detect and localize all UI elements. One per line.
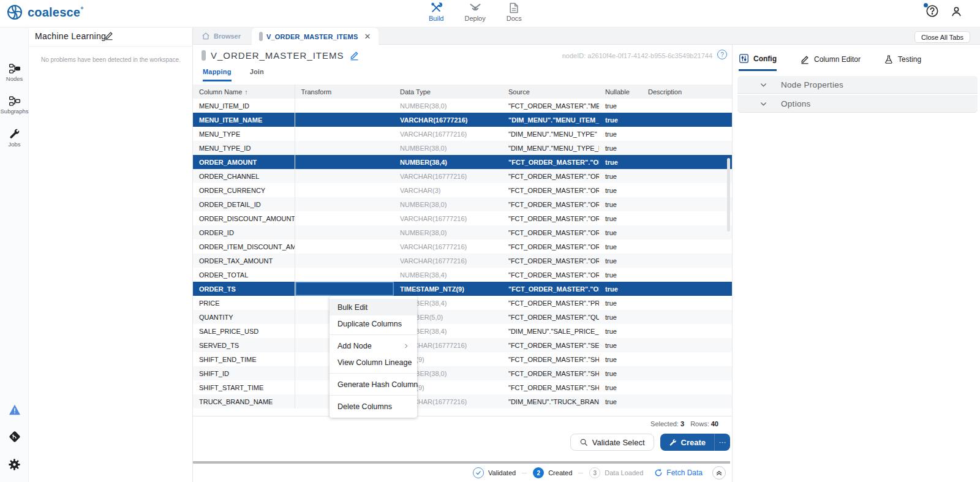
source-cell[interactable]: "FCT_ORDER_MASTER"."ORDER_ITEM [502, 239, 599, 254]
transform-cell[interactable] [295, 127, 394, 141]
header-description[interactable]: Description [642, 85, 732, 99]
nav-deploy[interactable]: Deploy [464, 2, 485, 22]
transform-cell[interactable] [295, 268, 394, 282]
data-type-cell[interactable]: NUMBER(38,0) [394, 99, 502, 113]
nullable-cell[interactable]: true [599, 352, 642, 366]
column-name-cell[interactable]: PRICE [193, 296, 295, 310]
nullable-cell[interactable]: true [599, 183, 642, 197]
data-type-cell[interactable]: NUMBER(38,4) [394, 155, 502, 169]
description-cell[interactable] [642, 155, 732, 169]
tab-mapping[interactable]: Mapping [203, 68, 232, 81]
data-type-cell[interactable]: VARCHAR(16777216) [394, 254, 502, 268]
description-cell[interactable] [642, 324, 732, 338]
node-edit-pencil-icon[interactable] [349, 50, 360, 61]
table-row[interactable]: MENU_ITEM_NAMEVARCHAR(16777216)"DIM_MENU… [193, 113, 732, 127]
table-row[interactable]: SALE_PRICE_USDNUMBER(38,4)"DIM_MENU"."SA… [193, 324, 732, 338]
description-cell[interactable] [642, 127, 732, 141]
description-cell[interactable] [642, 282, 732, 296]
description-cell[interactable] [642, 197, 732, 211]
table-row[interactable]: SERVED_TSVARCHAR(16777216)"FCT_ORDER_MAS… [193, 338, 732, 352]
nav-docs[interactable]: Docs [507, 2, 522, 22]
data-type-cell[interactable]: NUMBER(38,4) [394, 268, 502, 282]
data-type-cell[interactable]: VARCHAR(16777216) [394, 211, 502, 225]
description-cell[interactable] [642, 338, 732, 352]
table-row[interactable]: ORDER_TSTIMESTAMP_NTZ(9)"FCT_ORDER_MASTE… [193, 282, 732, 296]
version-control-icon[interactable] [8, 430, 21, 443]
validate-select-button[interactable]: Validate Select [570, 434, 654, 451]
description-cell[interactable] [642, 268, 732, 282]
nullable-cell[interactable]: true [599, 141, 642, 155]
description-cell[interactable] [642, 183, 732, 197]
coalesce-logo[interactable]: coalesce [6, 4, 83, 21]
nullable-cell[interactable]: true [599, 268, 642, 282]
nullable-cell[interactable]: true [599, 225, 642, 239]
description-cell[interactable] [642, 225, 732, 239]
data-type-cell[interactable]: VARCHAR(3) [394, 183, 502, 197]
help-button[interactable] [925, 4, 939, 18]
description-cell[interactable] [642, 99, 732, 113]
transform-cell[interactable] [295, 169, 394, 183]
description-cell[interactable] [642, 310, 732, 324]
source-cell[interactable]: "FCT_ORDER_MASTER"."ORDER_CHA [502, 169, 599, 183]
data-type-cell[interactable]: NUMBER(38,0) [394, 197, 502, 211]
data-type-cell[interactable]: VARCHAR(16777216) [394, 169, 502, 183]
accordion-options[interactable]: Options [737, 95, 978, 113]
close-all-tabs-button[interactable]: Close All Tabs [914, 31, 970, 43]
source-cell[interactable]: "FCT_ORDER_MASTER"."ORDER_ID" [502, 225, 599, 239]
rail-subgraphs[interactable]: Subgraphs [0, 96, 29, 115]
transform-cell[interactable] [295, 183, 394, 197]
header-column-name[interactable]: Column Name↑ [193, 85, 295, 99]
source-cell[interactable]: "FCT_ORDER_MASTER"."SERVED_TS" [502, 338, 599, 352]
description-cell[interactable] [642, 394, 732, 409]
transform-cell[interactable] [295, 99, 394, 113]
nullable-cell[interactable]: true [599, 197, 642, 211]
nullable-cell[interactable]: true [599, 155, 642, 169]
source-cell[interactable]: "DIM_MENU"."MENU_ITEM_NAME" [502, 113, 599, 127]
grid-scrollbar[interactable] [727, 158, 730, 232]
tab-node-active[interactable]: V_ORDER_MASTER_ITEMS ✕ [252, 28, 379, 45]
table-row[interactable]: SHIFT_END_TIMETIME(9)"FCT_ORDER_MASTER".… [193, 352, 732, 366]
transform-cell[interactable] [295, 155, 394, 169]
column-name-cell[interactable]: SHIFT_ID [193, 366, 295, 380]
source-cell[interactable]: "DIM_MENU"."MENU_TYPE_ID" [502, 141, 599, 155]
data-type-cell[interactable]: VARCHAR(16777216) [394, 127, 502, 141]
column-name-cell[interactable]: ORDER_DETAIL_ID [193, 197, 295, 211]
table-row[interactable]: ORDER_TOTALNUMBER(38,4)"FCT_ORDER_MASTER… [193, 268, 732, 282]
nav-build[interactable]: Build [429, 2, 443, 22]
nullable-cell[interactable]: true [599, 169, 642, 183]
description-cell[interactable] [642, 239, 732, 254]
column-name-cell[interactable]: ORDER_TOTAL [193, 268, 295, 282]
source-cell[interactable]: "FCT_ORDER_MASTER"."SHIFT_STAR [502, 380, 599, 394]
source-cell[interactable]: "FCT_ORDER_MASTER"."ORDER_TS" [502, 282, 599, 296]
tab-close-icon[interactable]: ✕ [364, 32, 371, 41]
table-row[interactable]: ORDER_TAX_AMOUNTVARCHAR(16777216)"FCT_OR… [193, 254, 732, 268]
table-row[interactable]: MENU_TYPE_IDNUMBER(38,0)"DIM_MENU"."MENU… [193, 141, 732, 155]
description-cell[interactable] [642, 296, 732, 310]
data-type-cell[interactable]: TIMESTAMP_NTZ(9) [394, 282, 502, 296]
fetch-data-button[interactable]: Fetch Data [654, 469, 703, 477]
table-row[interactable]: SHIFT_START_TIMETIME(9)"FCT_ORDER_MASTER… [193, 380, 732, 394]
source-cell[interactable]: "FCT_ORDER_MASTER"."MENU_ITEM [502, 99, 599, 113]
column-name-cell[interactable]: ORDER_CHANNEL [193, 169, 295, 183]
source-cell[interactable]: "DIM_MENU"."MENU_TYPE" [502, 127, 599, 141]
data-type-cell[interactable]: VARCHAR(16777216) [394, 239, 502, 254]
description-cell[interactable] [642, 211, 732, 225]
context-menu-item[interactable]: Generate Hash Column [330, 376, 417, 393]
description-cell[interactable] [642, 352, 732, 366]
collapse-status-bar-button[interactable] [712, 466, 726, 480]
context-menu-item[interactable]: Add Node [330, 337, 417, 354]
workspace-warning-icon[interactable] [9, 404, 21, 415]
source-cell[interactable]: "FCT_ORDER_MASTER"."ORDER_CUR [502, 183, 599, 197]
context-menu-item[interactable]: View Column Lineage [330, 354, 417, 371]
data-type-cell[interactable]: VARCHAR(16777216) [394, 113, 502, 127]
table-row[interactable]: QUANTITYNUMBER(5,0)"FCT_ORDER_MASTER"."Q… [193, 310, 732, 324]
source-cell[interactable]: "FCT_ORDER_MASTER"."PRICE" [502, 296, 599, 310]
transform-cell[interactable] [295, 239, 394, 254]
table-row[interactable]: ORDER_ITEM_DISCOUNT_AMOUNTVARCHAR(167772… [193, 239, 732, 254]
transform-cell[interactable] [295, 225, 394, 239]
table-row[interactable]: ORDER_DETAIL_IDNUMBER(38,0)"FCT_ORDER_MA… [193, 197, 732, 211]
nullable-cell[interactable]: true [599, 282, 642, 296]
nullable-cell[interactable]: true [599, 239, 642, 254]
nullable-cell[interactable]: true [599, 324, 642, 338]
description-cell[interactable] [642, 141, 732, 155]
